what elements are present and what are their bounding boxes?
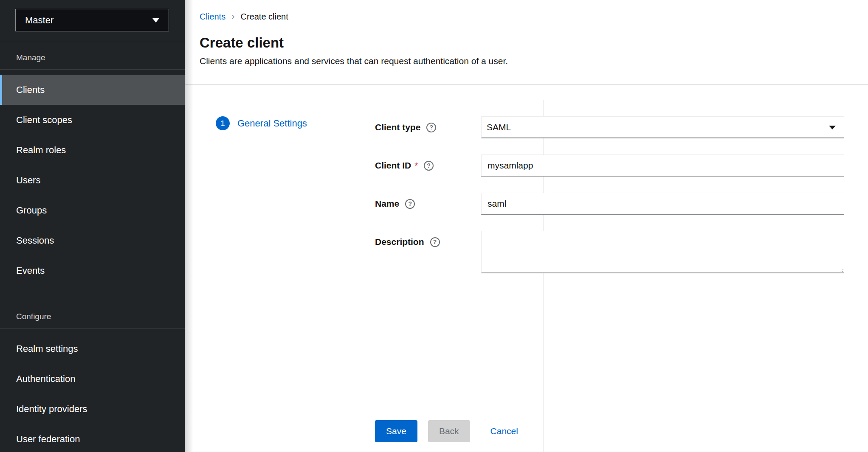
- header-divider: [185, 84, 868, 85]
- sidebar-divider: [0, 69, 185, 70]
- realm-selector-button[interactable]: Master: [15, 9, 169, 31]
- sidebar-item-sessions[interactable]: Sessions: [0, 225, 185, 255]
- breadcrumb-separator-icon: ›: [231, 11, 234, 22]
- client-id-label: Client ID: [375, 160, 411, 171]
- sidebar-item-groups[interactable]: Groups: [0, 195, 185, 225]
- sidebar-item-clients[interactable]: Clients: [0, 75, 185, 105]
- nav-list-manage: Clients Client scopes Realm roles Users …: [0, 75, 185, 286]
- create-client-form: Client type ? SAML Client ID * ?: [375, 116, 844, 289]
- name-input[interactable]: [481, 193, 844, 215]
- help-icon[interactable]: ?: [430, 237, 440, 247]
- save-button[interactable]: Save: [375, 420, 417, 442]
- required-indicator: *: [414, 161, 418, 171]
- main-content: Clients › Create client Create client Cl…: [185, 0, 868, 452]
- client-type-label-group: Client type ?: [375, 116, 481, 138]
- wizard-step-label: General Settings: [237, 118, 307, 129]
- sidebar-item-users[interactable]: Users: [0, 165, 185, 195]
- help-icon[interactable]: ?: [405, 199, 415, 209]
- name-label: Name: [375, 199, 399, 209]
- description-label-group: Description ?: [375, 231, 481, 253]
- sidebar-item-client-scopes[interactable]: Client scopes: [0, 105, 185, 135]
- help-icon[interactable]: ?: [424, 161, 434, 171]
- sidebar-item-user-federation[interactable]: User federation: [0, 424, 185, 452]
- sidebar-nav: Manage Clients Client scopes Realm roles…: [0, 41, 185, 452]
- description-label: Description: [375, 237, 424, 247]
- nav-list-configure: Realm settings Authentication Identity p…: [0, 334, 185, 452]
- name-control: [481, 193, 844, 215]
- client-type-control: SAML: [481, 116, 844, 138]
- page-description: Clients are applications and services th…: [200, 56, 508, 66]
- client-id-label-group: Client ID * ?: [375, 154, 481, 177]
- client-id-input[interactable]: [481, 154, 844, 177]
- sidebar-item-authentication[interactable]: Authentication: [0, 364, 185, 394]
- sidebar-item-realm-roles[interactable]: Realm roles: [0, 135, 185, 165]
- nav-section-title-manage: Manage: [0, 41, 185, 69]
- name-label-group: Name ?: [375, 193, 481, 215]
- page-title: Create client: [200, 35, 284, 51]
- sidebar: Master Manage Clients Client scopes Real…: [0, 0, 185, 452]
- help-icon[interactable]: ?: [426, 123, 436, 132]
- breadcrumb-link-clients[interactable]: Clients: [200, 12, 225, 22]
- form-row-client-type: Client type ? SAML: [375, 116, 844, 138]
- breadcrumb-current: Create client: [240, 12, 288, 22]
- sidebar-divider: [0, 328, 185, 328]
- realm-selector: Master: [0, 0, 185, 41]
- description-control: [481, 231, 844, 273]
- client-type-select[interactable]: SAML: [481, 116, 844, 138]
- client-type-label: Client type: [375, 122, 420, 132]
- sidebar-item-events[interactable]: Events: [0, 255, 185, 286]
- form-actions: Save Back Cancel: [375, 420, 518, 442]
- form-row-client-id: Client ID * ?: [375, 154, 844, 177]
- description-textarea[interactable]: [481, 231, 844, 273]
- realm-selector-label: Master: [25, 15, 54, 26]
- breadcrumb: Clients › Create client: [200, 11, 288, 22]
- cancel-button[interactable]: Cancel: [490, 420, 518, 442]
- wizard-step-number: 1: [216, 116, 230, 130]
- client-type-select-wrap: SAML: [481, 116, 844, 138]
- form-row-name: Name ?: [375, 193, 844, 215]
- nav-section-title-configure: Configure: [0, 286, 185, 328]
- chevron-down-icon: [152, 18, 159, 22]
- wizard-step-general-settings[interactable]: 1 General Settings: [216, 116, 307, 130]
- sidebar-item-realm-settings[interactable]: Realm settings: [0, 334, 185, 364]
- back-button[interactable]: Back: [428, 420, 470, 442]
- form-row-description: Description ?: [375, 231, 844, 273]
- client-id-control: [481, 154, 844, 177]
- sidebar-item-identity-providers[interactable]: Identity providers: [0, 394, 185, 424]
